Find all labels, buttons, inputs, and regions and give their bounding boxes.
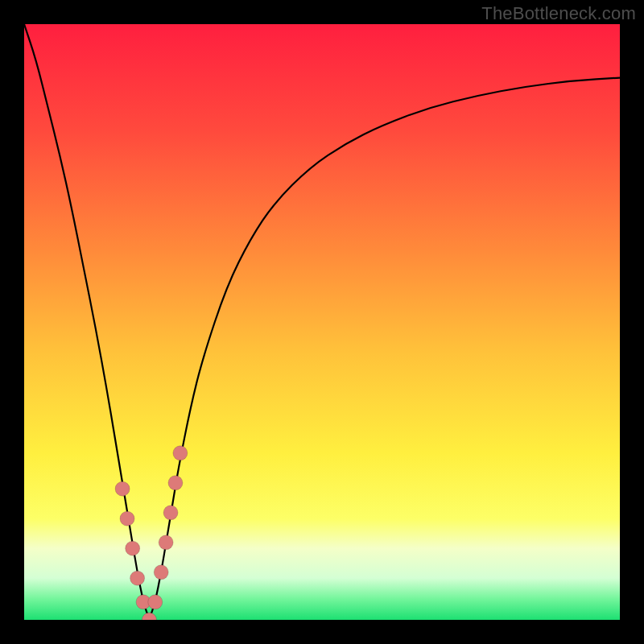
bottleneck-curve	[24, 24, 620, 615]
bead-group	[115, 446, 188, 620]
watermark-text: TheBottleneck.com	[481, 3, 636, 24]
chart-overlay	[24, 24, 620, 620]
bead	[142, 613, 156, 620]
chart-frame: TheBottleneck.com	[0, 0, 644, 644]
plot-area	[24, 24, 620, 620]
